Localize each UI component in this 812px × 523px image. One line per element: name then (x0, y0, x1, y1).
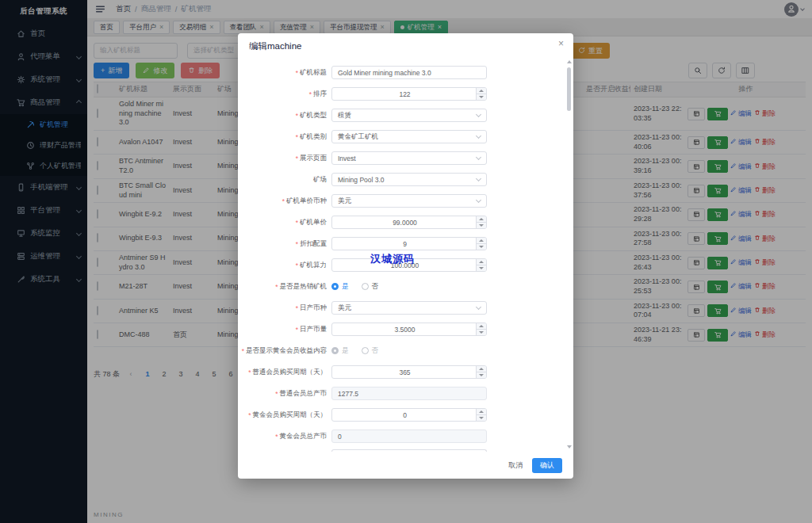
radio-option: 是 (331, 346, 349, 356)
chevron-down-icon (476, 197, 481, 203)
field-label: *矿机单价 (238, 218, 327, 227)
field-label: *矿机类型 (238, 111, 327, 120)
cancel-button[interactable]: 取消 (508, 460, 523, 471)
form-row: *日产币量3.5000 (238, 319, 564, 340)
form-row: 矿场Mining Pool 3.0 (238, 169, 564, 190)
field-input[interactable]: Gold Miner mining machine 3.0 (331, 66, 487, 79)
field-input[interactable]: 122 (331, 87, 487, 101)
scrollbar-thumb[interactable] (567, 67, 571, 111)
field-input[interactable]: 99.0000 (331, 216, 487, 229)
radio-option: 否 (362, 346, 379, 356)
field-select[interactable]: 美元 (331, 194, 487, 208)
field-label: *矿机类别 (238, 132, 327, 142)
close-icon[interactable]: × (558, 39, 564, 48)
form-row: *展示页面Invest (238, 147, 564, 169)
field-input[interactable]: 100.0000 (331, 258, 487, 272)
form-row: *普通会员购买周期（天）365 (238, 361, 564, 383)
form-row: *矿机类别黄金矿工矿机 (238, 126, 564, 147)
field-label: *普通会员购买周期（天） (238, 368, 327, 377)
form-row: *日产币种美元 (238, 297, 564, 319)
confirm-button[interactable]: 确认 (532, 458, 562, 473)
dialog-title: 编辑machine (238, 33, 573, 59)
radio-option[interactable]: 是 (331, 282, 349, 292)
number-spinner[interactable] (476, 366, 486, 378)
field-label: *排序 (238, 90, 327, 99)
field-select[interactable]: 租赁 (331, 109, 487, 122)
chevron-down-icon (476, 304, 481, 310)
field-label: *黄金会员购买周期（天） (238, 410, 327, 420)
form-row: *矿机单价99.0000 (238, 212, 564, 233)
field-select[interactable]: Invest (331, 151, 487, 165)
field-select[interactable]: 美元 (331, 301, 487, 315)
field-label: *日产币种 (238, 303, 327, 313)
field-label: 矿场 (238, 175, 327, 185)
field-label: *折扣配置 (238, 239, 327, 249)
number-spinner[interactable] (476, 323, 486, 335)
chevron-down-icon (476, 155, 481, 160)
field-label: *黄金会员总产币 (238, 432, 327, 441)
form-row: *是否显示黄金会员收益内容是否 (238, 340, 564, 361)
number-spinner[interactable] (476, 259, 486, 271)
form-row: *矿机标题Gold Miner mining machine 3.0 (238, 62, 564, 83)
field-label: *矿机标题 (238, 68, 327, 78)
field-label: *矿机单价币种 (238, 197, 327, 206)
field-input: 1277.5 (331, 387, 487, 400)
field-label: *是否显示黄金会员收益内容 (238, 346, 327, 356)
field-input[interactable]: 0 (331, 408, 487, 422)
radio-group: 是否 (331, 346, 378, 356)
field-label: *普通会员总产币 (238, 389, 327, 399)
number-spinner[interactable] (476, 216, 486, 228)
dialog-body: *矿机标题Gold Miner mining machine 3.0*排序122… (238, 59, 564, 452)
form-row: *黄金会员购买周期（天）0 (238, 404, 564, 426)
number-spinner[interactable] (476, 88, 486, 100)
dialog-scrollbar[interactable] (566, 60, 572, 449)
scroll-down-icon[interactable] (566, 445, 572, 449)
dialog-footer: 取消 确认 (238, 452, 573, 479)
number-spinner[interactable] (476, 238, 486, 250)
edit-machine-dialog: 编辑machine × *矿机标题Gold Miner mining machi… (238, 33, 573, 479)
form-row: *黄金会员总产币0 (238, 426, 564, 447)
form-row: *是否是热销矿机是否 (238, 276, 564, 297)
chevron-down-icon (476, 112, 481, 117)
radio-group: 是否 (331, 282, 378, 292)
form-row: *矿机类型租赁 (238, 105, 564, 126)
form-row: *折扣配置9 (238, 233, 564, 254)
field-label: *日产币量 (238, 325, 327, 334)
field-select[interactable]: Mining Pool 3.0 (331, 173, 487, 186)
scroll-up-icon[interactable] (566, 60, 572, 63)
field-label: *矿机算力 (238, 261, 327, 270)
form-row: *矿机单价币种美元 (238, 190, 564, 212)
field-label: *是否是热销矿机 (238, 282, 327, 292)
field-select[interactable]: 黄金矿工矿机 (331, 130, 487, 143)
number-spinner[interactable] (476, 409, 486, 421)
form-row: *排序122 (238, 83, 564, 105)
field-label: *展示页面 (238, 154, 327, 163)
chevron-down-icon (476, 176, 481, 181)
field-input[interactable]: 9 (331, 237, 487, 250)
field-input[interactable]: 3.5000 (331, 323, 487, 336)
field-input: 0 (331, 429, 487, 443)
field-input[interactable]: 365 (331, 365, 487, 379)
radio-option[interactable]: 否 (362, 282, 379, 292)
form-row: *普通会员总产币1277.5 (238, 383, 564, 404)
form-row: *矿机算力100.0000 (238, 254, 564, 276)
chevron-down-icon (476, 133, 481, 139)
